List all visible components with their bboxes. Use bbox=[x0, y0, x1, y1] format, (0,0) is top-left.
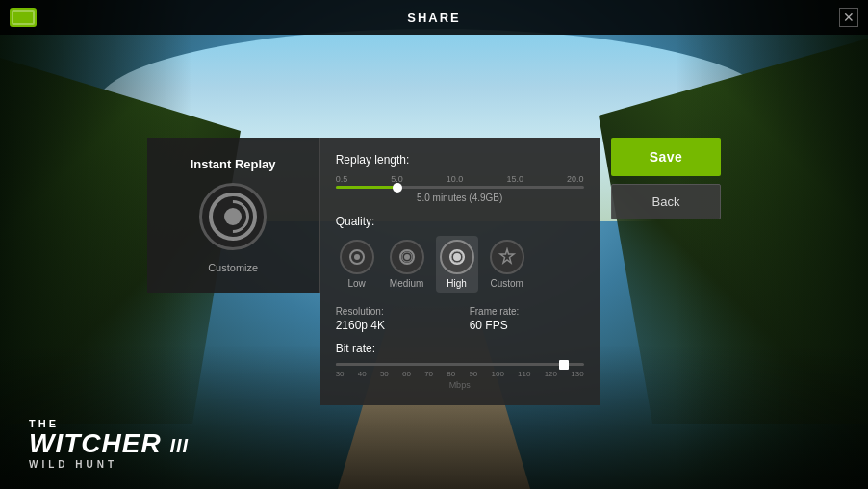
save-button[interactable]: Save bbox=[611, 138, 722, 176]
slider-mark-2: 10.0 bbox=[447, 174, 464, 184]
panels-container: Instant Replay Customize Replay length: … bbox=[147, 138, 722, 405]
bitrate-90: 90 bbox=[469, 370, 477, 378]
replay-icon bbox=[209, 193, 257, 241]
framerate-value: 60 FPS bbox=[470, 319, 584, 332]
resolution-label: Resolution: bbox=[336, 306, 450, 317]
instant-replay-label: Instant Replay bbox=[191, 157, 276, 171]
framerate-block: Frame rate: 60 FPS bbox=[470, 306, 584, 332]
customize-button[interactable]: Customize bbox=[208, 262, 258, 273]
bitrate-50: 50 bbox=[380, 370, 389, 378]
action-panel: Save Back bbox=[611, 138, 722, 219]
nvidia-logo-icon bbox=[10, 8, 37, 27]
bitrate-label: Bit rate: bbox=[336, 342, 584, 355]
witcher-subtitle: WILD HUNT bbox=[29, 459, 189, 470]
res-framerate-section: Resolution: 2160p 4K Frame rate: 60 FPS bbox=[336, 306, 584, 332]
witcher-name: WITCHER bbox=[29, 428, 162, 458]
quality-buttons: Low Medium High bbox=[336, 236, 584, 293]
bitrate-thumb bbox=[559, 360, 569, 370]
bitrate-fill bbox=[336, 363, 559, 366]
bitrate-100: 100 bbox=[492, 370, 504, 378]
instant-replay-panel: Instant Replay Customize bbox=[147, 138, 320, 293]
close-button[interactable]: ✕ bbox=[839, 8, 858, 27]
bitrate-40: 40 bbox=[358, 370, 367, 378]
replay-slider-thumb bbox=[393, 183, 402, 193]
slider-mark-4: 20.0 bbox=[567, 174, 584, 184]
quality-section: Quality: Low Medium bbox=[336, 215, 584, 293]
bitrate-110: 110 bbox=[518, 370, 530, 378]
quality-medium-label: Medium bbox=[390, 278, 424, 289]
quality-label: Quality: bbox=[336, 215, 584, 228]
resolution-value: 2160p 4K bbox=[336, 319, 450, 332]
quality-btn-custom[interactable]: Custom bbox=[486, 236, 528, 293]
witcher-number: III bbox=[169, 435, 189, 456]
bitrate-section: Bit rate: 30 40 50 60 70 80 90 100 bbox=[336, 342, 584, 390]
bitrate-130: 130 bbox=[571, 370, 583, 378]
svg-point-1 bbox=[354, 254, 360, 260]
replay-slider-fill bbox=[336, 186, 398, 189]
quality-btn-low[interactable]: Low bbox=[336, 236, 378, 293]
bitrate-30: 30 bbox=[336, 370, 345, 378]
window-title: SHARE bbox=[407, 11, 461, 25]
bitrate-80: 80 bbox=[447, 370, 455, 378]
slider-mark-0: 0.5 bbox=[336, 174, 348, 184]
quality-high-label: High bbox=[447, 278, 467, 289]
quality-low-icon bbox=[340, 240, 374, 274]
framerate-label: Frame rate: bbox=[470, 306, 584, 317]
bitrate-120: 120 bbox=[545, 370, 557, 378]
quality-custom-icon bbox=[490, 240, 524, 274]
quality-high-icon bbox=[440, 240, 474, 274]
bitrate-60: 60 bbox=[402, 370, 411, 378]
witcher-logo-text: THE WITCHER III WILD HUNT bbox=[29, 418, 189, 470]
quality-custom-label: Custom bbox=[490, 278, 523, 289]
bitrate-labels: 30 40 50 60 70 80 90 100 110 120 130 bbox=[336, 370, 584, 378]
replay-slider-labels: 0.5 5.0 10.0 15.0 20.0 bbox=[336, 174, 584, 184]
replay-slider-value: 5.0 minutes (4.9GB) bbox=[336, 193, 584, 203]
quality-low-label: Low bbox=[347, 278, 365, 289]
settings-panel: Replay length: 0.5 5.0 10.0 15.0 20.0 5.… bbox=[320, 138, 600, 405]
nvidia-logo bbox=[10, 6, 40, 29]
witcher-main: WITCHER III bbox=[29, 429, 189, 459]
app-window: SHARE ✕ THE WITCHER III WILD HUNT Instan… bbox=[0, 0, 868, 489]
quality-btn-medium[interactable]: Medium bbox=[386, 236, 428, 293]
svg-point-6 bbox=[453, 253, 461, 261]
slider-mark-3: 15.0 bbox=[506, 174, 523, 184]
bitrate-slider-track[interactable] bbox=[336, 363, 584, 366]
replay-slider-track[interactable] bbox=[336, 186, 584, 189]
svg-point-3 bbox=[404, 254, 410, 260]
quality-medium-icon bbox=[390, 240, 424, 274]
replay-icon-container bbox=[199, 183, 267, 250]
bitrate-70: 70 bbox=[424, 370, 433, 378]
top-bar: SHARE ✕ bbox=[0, 0, 868, 35]
back-button[interactable]: Back bbox=[611, 184, 722, 219]
bitrate-unit: Mbps bbox=[336, 380, 584, 390]
quality-btn-high[interactable]: High bbox=[436, 236, 478, 293]
replay-length-section: Replay length: 0.5 5.0 10.0 15.0 20.0 5.… bbox=[336, 153, 584, 203]
resolution-block: Resolution: 2160p 4K bbox=[336, 306, 450, 332]
replay-length-label: Replay length: bbox=[336, 153, 584, 167]
witcher-logo: THE WITCHER III WILD HUNT bbox=[29, 418, 189, 470]
